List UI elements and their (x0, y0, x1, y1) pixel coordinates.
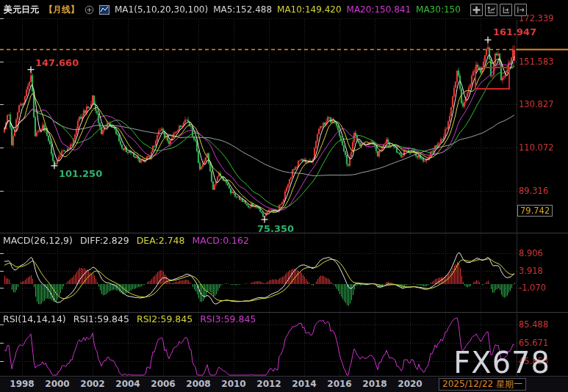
macd-axis-label: 3.918 (519, 266, 543, 276)
macd-axis-label: -1.070 (519, 283, 546, 293)
rsi2-value: RSI2:59.845 (137, 313, 193, 324)
exit-arrow-icon (516, 5, 525, 15)
axis-pan-icon (501, 5, 511, 15)
exit-chart-button[interactable] (514, 4, 527, 16)
year-label: 2008 (186, 379, 210, 389)
year-label: 2016 (327, 379, 351, 389)
time-axis: 1998 2000 2002 2004 2006 2008 2010 2012 … (0, 377, 568, 392)
year-label: 2000 (45, 379, 69, 389)
annotation-high-1998: 147.660 (35, 57, 79, 68)
chart-style-button[interactable] (99, 5, 109, 15)
chart-toolbar (470, 4, 527, 16)
year-label: 2004 (115, 379, 140, 389)
rsi-axis-label: 85.488 (519, 319, 548, 330)
watermark: FX678 (453, 348, 550, 377)
annotation-low-1999: 101.250 (59, 168, 102, 179)
year-label: 1998 (10, 379, 34, 389)
pan-axis-button[interactable] (500, 4, 512, 16)
mini-chart-icon (99, 5, 109, 15)
highlight-box (475, 67, 510, 90)
circle-plus-icon (85, 5, 94, 15)
ma-settings-label: MA1(5,10,20,30,100) (115, 4, 208, 15)
macd-dea-value: DEA:2.748 (137, 235, 185, 246)
macd-label-row: MACD(26,12,9) DIFF:2.829 DEA:2.748 MACD:… (3, 235, 249, 246)
move-tool-button[interactable] (470, 4, 483, 16)
rsi3-value: RSI3:59.845 (200, 313, 256, 324)
rsi1-value: RSI1:59.845 (73, 313, 129, 324)
ma5-value: MA5:152.488 (213, 4, 272, 15)
symbol-name: 美元日元 (4, 4, 39, 16)
ma20-value: MA20:150.841 (347, 4, 411, 15)
price-axis-label: 89.316 (519, 186, 548, 196)
rsi-title: RSI(14,14,14) (3, 313, 66, 324)
chart-app: 美元日元 【月线】 MA1(5,10,20,30,100) MA5:152.48… (0, 0, 568, 392)
rsi-label-row: RSI(14,14,14) RSI1:59.845 RSI2:59.845 RS… (3, 313, 256, 324)
price-axis-label: 130.827 (519, 99, 554, 109)
move-icon (472, 5, 481, 15)
annotation-low-2011: 75.350 (257, 223, 294, 234)
year-label: 2002 (80, 379, 104, 389)
current-date-label: 2025/12/22 星期一 (439, 378, 526, 391)
macd-macd-value: MACD:0.162 (193, 235, 249, 246)
annotation-high-2024: 161.947 (493, 26, 536, 37)
price-axis-label: 151.583 (519, 57, 554, 67)
macd-diff-value: DIFF:2.829 (80, 235, 129, 246)
year-label: 2006 (151, 379, 175, 389)
year-label: 2014 (292, 379, 316, 389)
ma30-value: MA30:150 (416, 4, 461, 15)
timeframe-selector[interactable]: 【月线】 (44, 4, 79, 16)
candlestick-chart-canvas[interactable] (0, 0, 568, 392)
price-axis-label: 110.072 (519, 142, 554, 153)
macd-axis-label: 8.906 (519, 248, 543, 258)
visible-low-marker: 79.742 (517, 205, 553, 217)
year-label: 2010 (221, 379, 245, 389)
year-label: 2020 (398, 379, 422, 389)
add-indicator-button[interactable] (85, 5, 94, 15)
macd-title: MACD(26,12,9) (3, 235, 73, 246)
axis-zoom-icon (486, 5, 496, 15)
ma10-value: MA10:149.420 (277, 4, 342, 15)
chart-header: 美元日元 【月线】 MA1(5,10,20,30,100) MA5:152.48… (0, 0, 568, 19)
zoom-axis-button[interactable] (485, 4, 497, 16)
year-label: 2018 (362, 379, 387, 389)
year-label: 2012 (256, 379, 281, 389)
